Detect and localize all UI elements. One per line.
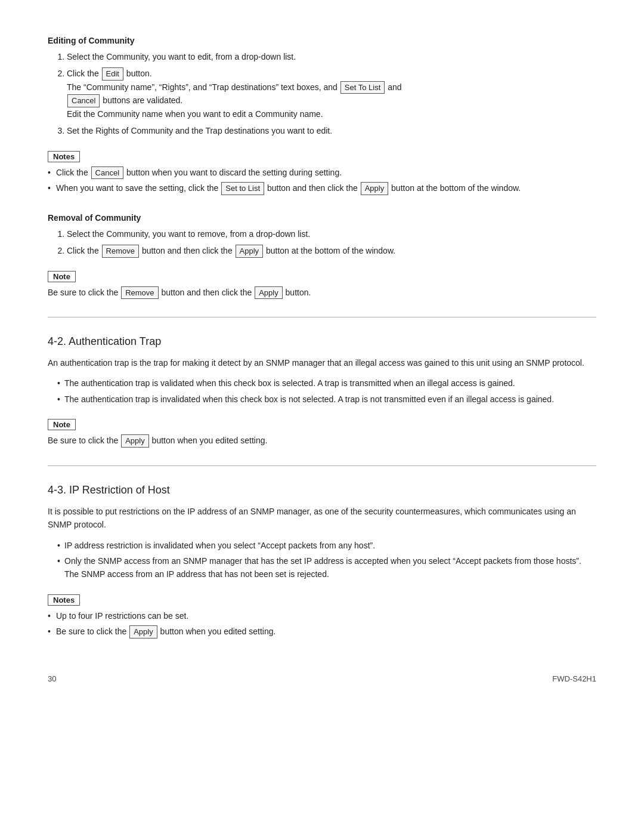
ip-restriction-notes-label: Notes [48,594,80,606]
editing-note-2: When you want to save the setting, click… [48,181,596,195]
ip-restriction-note-2: Be sure to click the Apply button when y… [48,625,596,638]
removal-note-suffix: button. [283,288,311,297]
removal-step-1: Select the Community, you want to remove… [67,227,596,240]
removal-step2-prefix: Click the [67,246,101,255]
note2-suffix: button at the bottom of the window. [389,183,521,193]
cancel-btn-inline: Cancel [67,94,100,107]
editing-note-1: Click the Cancel button when you want to… [48,166,596,180]
step2-suffix: button. [124,69,152,78]
page-number: 30 [48,674,56,683]
ip-note2-prefix: Be sure to click the [56,627,129,636]
apply-auth-btn: Apply [121,434,149,448]
step2-line2-mid: and [385,82,401,92]
removal-note-section: Note Be sure to click the Remove button … [48,264,596,300]
note1-suffix: button when you want to discard the sett… [124,168,342,177]
removal-step-2: Click the Remove button and then click t… [67,244,596,258]
ip-restriction-heading: 4-3. IP Restriction of Host [48,484,596,496]
cancel-note-btn: Cancel [91,166,123,180]
auth-trap-bullet-1: The authentication trap is validated whe… [57,377,596,390]
apply-note-btn: Apply [361,182,389,195]
editing-community-section: Editing of Community Select the Communit… [48,36,596,195]
remove-note-btn: Remove [121,286,158,300]
auth-note-suffix: button when you edited setting. [150,436,268,445]
removal-note-mid: button and then click the [159,288,255,297]
step-3: Set the Rights of Community and the Trap… [67,124,596,137]
note1-prefix: Click the [56,168,91,177]
section-divider-1 [48,317,596,317]
editing-notes-list: Click the Cancel button when you want to… [48,166,596,195]
ip-restriction-note-1: Up to four IP restrictions can be set. [48,609,596,622]
removal-note-prefix: Be sure to click the [48,288,120,297]
auth-trap-bullet-2: The authentication trap is invalidated w… [57,393,596,406]
removal-community-section: Removal of Community Select the Communit… [48,213,596,299]
ip-restriction-bullets: IP address restriction is invalidated wh… [57,539,596,581]
set-to-list-btn-inline: Set To List [340,81,385,94]
page-footer: 30 FWD-S42H1 [48,674,596,683]
auth-note-prefix: Be sure to click the [48,436,120,445]
auth-trap-note-text: Be sure to click the Apply button when y… [48,434,596,448]
removal-note-text: Be sure to click the Remove button and t… [48,286,596,300]
edit-button-inline: Edit [102,67,123,81]
note2-prefix: When you want to save the setting, click… [56,183,221,193]
removal-community-steps: Select the Community, you want to remove… [67,227,596,258]
auth-trap-heading: 4-2. Authentication Trap [48,335,596,348]
editing-notes-section: Notes Click the Cancel button when you w… [48,144,596,195]
apply-note-removal-btn: Apply [255,286,283,300]
ip-restriction-bullet-2: Only the SNMP access from an SNMP manage… [57,554,596,581]
apply-ip-btn: Apply [129,625,157,638]
ip-restriction-intro: It is possible to put restrictions on th… [48,505,596,532]
editing-community-heading: Editing of Community [48,36,596,45]
set-to-list-note-btn: Set to List [221,182,264,195]
step2-prefix: Click the [67,69,101,78]
step2-line2-suffix: buttons are validated. [100,95,182,105]
removal-step2-mid: button and then click the [140,246,235,255]
note2-mid: button and then click the [265,183,360,193]
ip-restriction-bullet-1: IP address restriction is invalidated wh… [57,539,596,552]
remove-btn-inline: Remove [102,245,139,258]
step2-line2-prefix: The “Community name”, “Rights”, and “Tra… [67,82,340,92]
step-1: Select the Community, you want to edit, … [67,50,596,63]
page-content: Editing of Community Select the Communit… [48,36,596,683]
removal-note-label: Note [48,271,76,282]
step2-line3: Edit the Community name when you want to… [67,109,323,119]
auth-trap-section: 4-2. Authentication Trap An authenticati… [48,335,596,448]
apply-removal-btn-inline: Apply [236,245,264,258]
auth-trap-note-label: Note [48,419,76,430]
auth-trap-note-section: Note Be sure to click the Apply button w… [48,412,596,448]
section-divider-2 [48,465,596,466]
auth-trap-bullets: The authentication trap is validated whe… [57,377,596,406]
ip-note2-suffix: button when you edited setting. [158,627,276,636]
step-2: Click the Edit button. The “Community na… [67,67,596,121]
ip-restriction-notes-list: Up to four IP restrictions can be set. B… [48,609,596,638]
editing-community-steps: Select the Community, you want to edit, … [67,50,596,138]
removal-step2-suffix: button at the bottom of the window. [264,246,395,255]
product-code: FWD-S42H1 [552,674,596,683]
ip-restriction-notes-section: Notes Up to four IP restrictions can be … [48,587,596,638]
ip-restriction-section: 4-3. IP Restriction of Host It is possib… [48,484,596,638]
notes-label: Notes [48,151,80,162]
auth-trap-intro: An authentication trap is the trap for m… [48,356,596,369]
removal-community-heading: Removal of Community [48,213,596,223]
